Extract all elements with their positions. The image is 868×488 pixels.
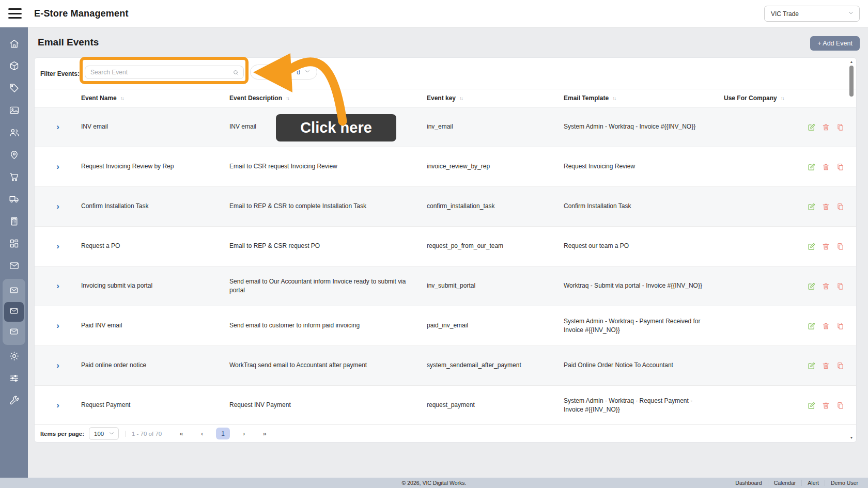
sidebar-item-gear[interactable] xyxy=(3,346,25,368)
event-key-cell: inv_submit_portal xyxy=(427,281,564,290)
edit-icon[interactable] xyxy=(807,322,816,330)
sidebar-item-wrench[interactable] xyxy=(3,390,25,413)
column-header-email-template[interactable]: Email Template↑↓ xyxy=(564,95,724,102)
sidebar-item-location[interactable] xyxy=(3,145,25,167)
footer-link-calendar[interactable]: Calendar xyxy=(768,480,802,486)
edit-icon[interactable] xyxy=(807,361,816,370)
copy-icon[interactable] xyxy=(836,322,845,330)
column-header-event-key[interactable]: Event key↑↓ xyxy=(427,95,564,102)
add-event-button[interactable]: + Add Event xyxy=(810,36,860,51)
vertical-scrollbar[interactable]: ▲ ▼ xyxy=(848,59,855,440)
sort-icon[interactable]: ↑↓ xyxy=(120,96,123,101)
sidebar-item-mail[interactable] xyxy=(4,302,24,322)
search-event-input[interactable] xyxy=(90,69,233,76)
table-row[interactable]: › INV email INV email inv_email System A… xyxy=(35,107,856,147)
next-page-button[interactable]: › xyxy=(237,428,251,439)
event-name-cell: Request Invoicing Review by Rep xyxy=(81,162,229,171)
table-row[interactable]: › Request Payment Request INV Payment re… xyxy=(35,386,856,424)
sidebar-item-calculator[interactable] xyxy=(3,211,25,233)
expand-row-chevron-icon[interactable]: › xyxy=(56,361,59,370)
scroll-down-arrow-icon[interactable]: ▼ xyxy=(850,435,854,440)
scroll-up-arrow-icon[interactable]: ▲ xyxy=(850,59,854,65)
filter-type-dropdown[interactable]: d xyxy=(250,65,317,80)
images-icon xyxy=(9,105,20,118)
table-row[interactable]: › Paid INV email Send email to customer … xyxy=(35,306,856,346)
copy-icon[interactable] xyxy=(836,163,845,171)
expand-row-chevron-icon[interactable]: › xyxy=(56,122,59,131)
page-title: Email Events xyxy=(38,37,99,48)
expand-row-chevron-icon[interactable]: › xyxy=(56,202,59,211)
delete-icon[interactable] xyxy=(822,202,830,211)
sort-icon[interactable]: ↑↓ xyxy=(781,96,784,101)
table-row[interactable]: › Invoicing submit via portal Send email… xyxy=(35,266,856,306)
menu-icon[interactable] xyxy=(8,8,22,19)
copy-icon[interactable] xyxy=(836,361,845,370)
table-row[interactable]: › Confirm Installation Task Email to REP… xyxy=(35,187,856,227)
edit-icon[interactable] xyxy=(807,123,816,132)
event-key-cell: request_po_from_our_team xyxy=(427,242,564,250)
sidebar-item-cart[interactable] xyxy=(3,167,25,189)
table-row[interactable]: › Paid online order notice WorkTraq send… xyxy=(35,346,856,386)
sort-icon[interactable]: ↑↓ xyxy=(612,96,615,101)
copy-icon[interactable] xyxy=(836,242,845,251)
first-page-button[interactable]: « xyxy=(175,428,188,439)
event-key-cell: paid_inv_email xyxy=(427,321,564,330)
items-per-page-select[interactable]: 100 xyxy=(89,427,119,440)
mail-icon xyxy=(9,286,19,297)
sidebar-item-tag[interactable] xyxy=(3,78,25,100)
footer-link-demo-user[interactable]: Demo User xyxy=(825,480,864,486)
expand-row-chevron-icon[interactable]: › xyxy=(56,281,59,290)
edit-icon[interactable] xyxy=(807,282,816,291)
expand-row-chevron-icon[interactable]: › xyxy=(56,242,59,250)
email-template-cell: System Admin - Worktraq - Payment Receiv… xyxy=(564,317,724,335)
delete-icon[interactable] xyxy=(822,123,830,132)
copy-icon[interactable] xyxy=(836,282,845,291)
sidebar-item-home[interactable] xyxy=(3,34,25,56)
edit-icon[interactable] xyxy=(807,202,816,211)
table-row[interactable]: › Request Invoicing Review by Rep Email … xyxy=(35,147,856,187)
cart-icon xyxy=(9,171,20,184)
sidebar-item-sliders[interactable] xyxy=(3,368,25,390)
home-icon xyxy=(9,38,20,51)
company-select[interactable]: VIC Trade xyxy=(764,6,860,22)
copy-icon[interactable] xyxy=(836,401,845,410)
sidebar-item-mail[interactable] xyxy=(3,256,25,278)
last-page-button[interactable]: » xyxy=(258,428,271,439)
delete-icon[interactable] xyxy=(822,401,830,410)
delete-icon[interactable] xyxy=(822,242,830,251)
edit-icon[interactable] xyxy=(807,163,816,171)
expand-row-chevron-icon[interactable]: › xyxy=(56,401,59,410)
expand-row-chevron-icon[interactable]: › xyxy=(56,321,59,330)
footer-bar: © 2026, VIC Digital Works. DashboardCale… xyxy=(0,478,868,488)
copy-icon[interactable] xyxy=(836,123,845,132)
footer-link-alert[interactable]: Alert xyxy=(801,480,825,486)
table-row[interactable]: › Request a PO Email to REP & CSR reques… xyxy=(35,227,856,266)
copy-icon[interactable] xyxy=(836,202,845,211)
delete-icon[interactable] xyxy=(822,282,830,291)
sort-icon[interactable]: ↑↓ xyxy=(459,96,462,101)
sidebar-item-users[interactable] xyxy=(3,122,25,145)
footer-link-dashboard[interactable]: Dashboard xyxy=(730,480,767,486)
delete-icon[interactable] xyxy=(822,361,830,370)
expand-row-chevron-icon[interactable]: › xyxy=(56,162,59,171)
column-header-event-description[interactable]: Event Description↑↓ xyxy=(229,95,427,102)
previous-page-button[interactable]: ‹ xyxy=(195,428,209,439)
edit-icon[interactable] xyxy=(807,242,816,251)
edit-icon[interactable] xyxy=(807,401,816,410)
sidebar-item-mail[interactable] xyxy=(4,281,24,301)
sidebar-item-grid[interactable] xyxy=(3,233,25,256)
scrollbar-thumb[interactable] xyxy=(849,66,854,97)
sidebar-item-package[interactable] xyxy=(3,56,25,78)
delete-icon[interactable] xyxy=(822,322,830,330)
page-number-button[interactable]: 1 xyxy=(216,428,230,439)
sort-icon[interactable]: ↑↓ xyxy=(286,96,289,101)
column-header-use-for-company[interactable]: Use For Company↑↓ xyxy=(724,95,805,102)
event-description-cell: Send email to customer to inform paid in… xyxy=(229,321,427,330)
scrollbar-track[interactable] xyxy=(848,65,855,435)
column-header-event-name[interactable]: Event Name↑↓ xyxy=(81,95,229,102)
sidebar-item-truck[interactable] xyxy=(3,189,25,211)
sidebar-item-images[interactable] xyxy=(3,100,25,122)
delete-icon[interactable] xyxy=(822,163,830,171)
truck-icon xyxy=(9,194,20,207)
sidebar-item-mail[interactable] xyxy=(4,323,24,342)
